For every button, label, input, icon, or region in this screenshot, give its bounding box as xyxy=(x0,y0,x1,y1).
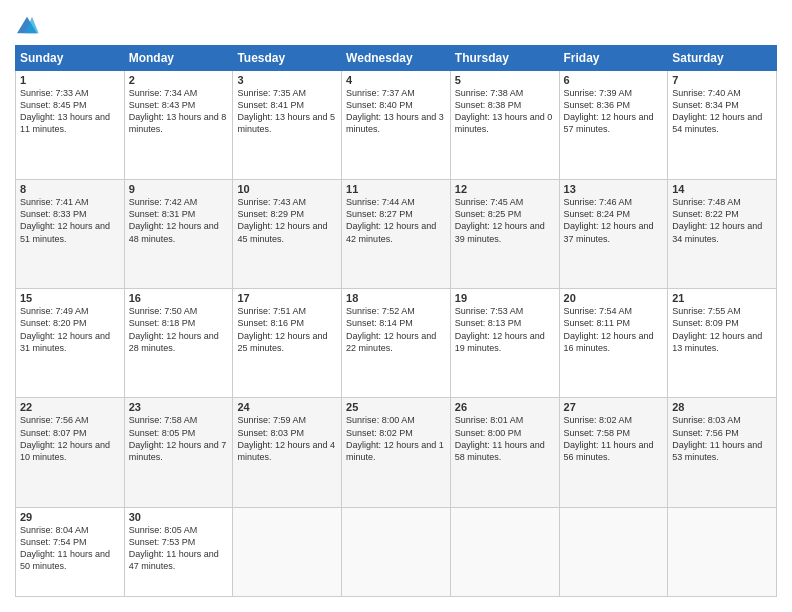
calendar-cell: 25Sunrise: 8:00 AMSunset: 8:02 PMDayligh… xyxy=(342,398,451,507)
calendar-cell: 29Sunrise: 8:04 AMSunset: 7:54 PMDayligh… xyxy=(16,507,125,596)
page: SundayMondayTuesdayWednesdayThursdayFrid… xyxy=(0,0,792,612)
calendar-cell: 10Sunrise: 7:43 AMSunset: 8:29 PMDayligh… xyxy=(233,180,342,289)
calendar-cell xyxy=(668,507,777,596)
calendar-cell: 21Sunrise: 7:55 AMSunset: 8:09 PMDayligh… xyxy=(668,289,777,398)
calendar-table: SundayMondayTuesdayWednesdayThursdayFrid… xyxy=(15,45,777,597)
calendar-cell: 23Sunrise: 7:58 AMSunset: 8:05 PMDayligh… xyxy=(124,398,233,507)
calendar-cell: 8Sunrise: 7:41 AMSunset: 8:33 PMDaylight… xyxy=(16,180,125,289)
calendar-day-header: Wednesday xyxy=(342,46,451,71)
calendar-day-header: Saturday xyxy=(668,46,777,71)
calendar-cell: 12Sunrise: 7:45 AMSunset: 8:25 PMDayligh… xyxy=(450,180,559,289)
calendar-day-header: Monday xyxy=(124,46,233,71)
calendar-cell xyxy=(450,507,559,596)
calendar-cell: 2Sunrise: 7:34 AMSunset: 8:43 PMDaylight… xyxy=(124,71,233,180)
logo xyxy=(15,15,43,35)
calendar-cell: 30Sunrise: 8:05 AMSunset: 7:53 PMDayligh… xyxy=(124,507,233,596)
calendar-cell: 27Sunrise: 8:02 AMSunset: 7:58 PMDayligh… xyxy=(559,398,668,507)
calendar-cell: 16Sunrise: 7:50 AMSunset: 8:18 PMDayligh… xyxy=(124,289,233,398)
header xyxy=(15,15,777,35)
calendar-cell: 11Sunrise: 7:44 AMSunset: 8:27 PMDayligh… xyxy=(342,180,451,289)
calendar-cell: 14Sunrise: 7:48 AMSunset: 8:22 PMDayligh… xyxy=(668,180,777,289)
calendar-cell: 19Sunrise: 7:53 AMSunset: 8:13 PMDayligh… xyxy=(450,289,559,398)
calendar-day-header: Friday xyxy=(559,46,668,71)
calendar-cell: 9Sunrise: 7:42 AMSunset: 8:31 PMDaylight… xyxy=(124,180,233,289)
calendar-cell: 28Sunrise: 8:03 AMSunset: 7:56 PMDayligh… xyxy=(668,398,777,507)
calendar-cell: 24Sunrise: 7:59 AMSunset: 8:03 PMDayligh… xyxy=(233,398,342,507)
calendar-cell: 3Sunrise: 7:35 AMSunset: 8:41 PMDaylight… xyxy=(233,71,342,180)
calendar-cell: 6Sunrise: 7:39 AMSunset: 8:36 PMDaylight… xyxy=(559,71,668,180)
calendar-day-header: Sunday xyxy=(16,46,125,71)
calendar-cell: 22Sunrise: 7:56 AMSunset: 8:07 PMDayligh… xyxy=(16,398,125,507)
calendar-day-header: Thursday xyxy=(450,46,559,71)
calendar-cell: 5Sunrise: 7:38 AMSunset: 8:38 PMDaylight… xyxy=(450,71,559,180)
calendar-header-row: SundayMondayTuesdayWednesdayThursdayFrid… xyxy=(16,46,777,71)
logo-icon xyxy=(15,15,39,35)
calendar-cell: 1Sunrise: 7:33 AMSunset: 8:45 PMDaylight… xyxy=(16,71,125,180)
calendar-cell: 7Sunrise: 7:40 AMSunset: 8:34 PMDaylight… xyxy=(668,71,777,180)
calendar-cell: 20Sunrise: 7:54 AMSunset: 8:11 PMDayligh… xyxy=(559,289,668,398)
calendar-cell: 13Sunrise: 7:46 AMSunset: 8:24 PMDayligh… xyxy=(559,180,668,289)
calendar-cell: 17Sunrise: 7:51 AMSunset: 8:16 PMDayligh… xyxy=(233,289,342,398)
calendar-cell: 18Sunrise: 7:52 AMSunset: 8:14 PMDayligh… xyxy=(342,289,451,398)
calendar-cell: 4Sunrise: 7:37 AMSunset: 8:40 PMDaylight… xyxy=(342,71,451,180)
calendar-cell: 15Sunrise: 7:49 AMSunset: 8:20 PMDayligh… xyxy=(16,289,125,398)
calendar-cell: 26Sunrise: 8:01 AMSunset: 8:00 PMDayligh… xyxy=(450,398,559,507)
calendar-cell xyxy=(559,507,668,596)
calendar-cell xyxy=(342,507,451,596)
calendar-day-header: Tuesday xyxy=(233,46,342,71)
calendar-cell xyxy=(233,507,342,596)
